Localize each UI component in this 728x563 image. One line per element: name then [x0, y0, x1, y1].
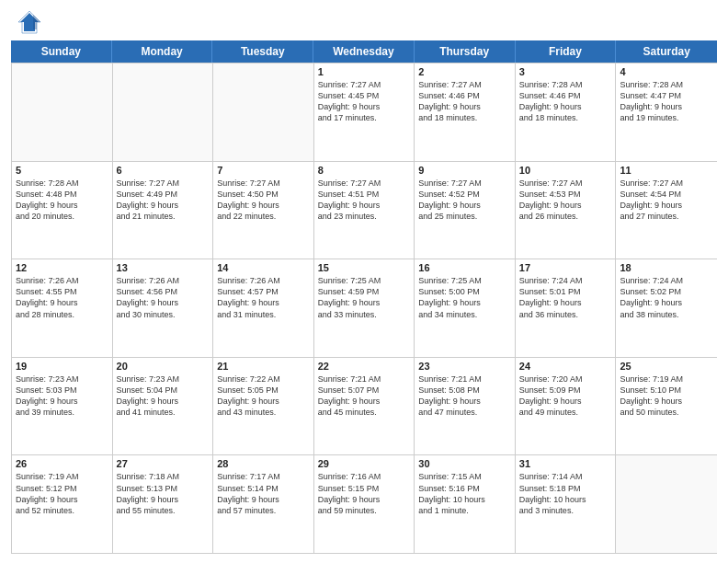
- day-number: 4: [620, 66, 713, 77]
- cal-cell-16: 16Sunrise: 7:25 AM Sunset: 5:00 PM Dayli…: [415, 259, 516, 357]
- cal-cell-empty-0-0: [12, 63, 113, 161]
- day-number: 12: [16, 262, 108, 273]
- cal-cell-26: 26Sunrise: 7:19 AM Sunset: 5:12 PM Dayli…: [12, 455, 113, 553]
- cal-cell-27: 27Sunrise: 7:18 AM Sunset: 5:13 PM Dayli…: [113, 455, 214, 553]
- day-info: Sunrise: 7:22 AM Sunset: 5:05 PM Dayligh…: [217, 373, 310, 419]
- week-row-3: 12Sunrise: 7:26 AM Sunset: 4:55 PM Dayli…: [12, 259, 717, 357]
- day-info: Sunrise: 7:24 AM Sunset: 5:01 PM Dayligh…: [519, 275, 612, 320]
- day-info: Sunrise: 7:27 AM Sunset: 4:53 PM Dayligh…: [519, 178, 612, 223]
- day-number: 17: [519, 262, 612, 273]
- cal-cell-13: 13Sunrise: 7:26 AM Sunset: 4:56 PM Dayli…: [113, 259, 214, 357]
- cal-cell-22: 22Sunrise: 7:21 AM Sunset: 5:07 PM Dayli…: [314, 358, 415, 455]
- day-number: 9: [418, 165, 511, 176]
- day-number: 8: [318, 165, 411, 176]
- day-info: Sunrise: 7:27 AM Sunset: 4:51 PM Dayligh…: [318, 178, 411, 223]
- day-info: Sunrise: 7:26 AM Sunset: 4:55 PM Dayligh…: [16, 275, 108, 320]
- day-number: 18: [620, 262, 713, 273]
- cal-cell-20: 20Sunrise: 7:23 AM Sunset: 5:04 PM Dayli…: [113, 358, 214, 455]
- cal-cell-3: 3Sunrise: 7:28 AM Sunset: 4:46 PM Daylig…: [516, 63, 617, 161]
- cal-cell-19: 19Sunrise: 7:23 AM Sunset: 5:03 PM Dayli…: [12, 358, 113, 455]
- day-number: 11: [620, 165, 713, 176]
- cal-cell-10: 10Sunrise: 7:27 AM Sunset: 4:53 PM Dayli…: [516, 162, 617, 259]
- day-info: Sunrise: 7:23 AM Sunset: 5:03 PM Dayligh…: [16, 373, 108, 419]
- cal-cell-2: 2Sunrise: 7:27 AM Sunset: 4:46 PM Daylig…: [415, 63, 516, 161]
- day-info: Sunrise: 7:14 AM Sunset: 5:18 PM Dayligh…: [519, 471, 612, 516]
- cal-cell-31: 31Sunrise: 7:14 AM Sunset: 5:18 PM Dayli…: [516, 455, 617, 553]
- day-number: 22: [318, 361, 411, 372]
- day-info: Sunrise: 7:19 AM Sunset: 5:10 PM Dayligh…: [620, 373, 713, 419]
- cal-cell-7: 7Sunrise: 7:27 AM Sunset: 4:50 PM Daylig…: [213, 162, 314, 259]
- day-number: 10: [519, 165, 612, 176]
- cal-cell-21: 21Sunrise: 7:22 AM Sunset: 5:05 PM Dayli…: [213, 358, 314, 455]
- day-number: 14: [217, 262, 310, 273]
- cal-cell-9: 9Sunrise: 7:27 AM Sunset: 4:52 PM Daylig…: [415, 162, 516, 259]
- cal-cell-18: 18Sunrise: 7:24 AM Sunset: 5:02 PM Dayli…: [616, 259, 717, 357]
- day-info: Sunrise: 7:21 AM Sunset: 5:08 PM Dayligh…: [418, 373, 511, 419]
- day-info: Sunrise: 7:16 AM Sunset: 5:15 PM Dayligh…: [318, 471, 411, 516]
- weekday-header-thursday: Thursday: [415, 40, 516, 63]
- day-number: 24: [519, 361, 612, 372]
- cal-cell-11: 11Sunrise: 7:27 AM Sunset: 4:54 PM Dayli…: [616, 162, 717, 259]
- week-row-2: 5Sunrise: 7:28 AM Sunset: 4:48 PM Daylig…: [12, 161, 717, 259]
- day-info: Sunrise: 7:26 AM Sunset: 4:56 PM Dayligh…: [117, 275, 210, 320]
- cal-cell-15: 15Sunrise: 7:25 AM Sunset: 4:59 PM Dayli…: [314, 259, 415, 357]
- day-info: Sunrise: 7:27 AM Sunset: 4:54 PM Dayligh…: [620, 178, 713, 223]
- page: SundayMondayTuesdayWednesdayThursdayFrid…: [0, 0, 728, 563]
- day-info: Sunrise: 7:28 AM Sunset: 4:48 PM Dayligh…: [16, 178, 108, 223]
- day-info: Sunrise: 7:27 AM Sunset: 4:52 PM Dayligh…: [418, 178, 511, 223]
- weekday-header-sunday: Sunday: [11, 40, 112, 63]
- weekday-header-friday: Friday: [516, 40, 617, 63]
- day-number: 3: [519, 66, 612, 77]
- day-info: Sunrise: 7:24 AM Sunset: 5:02 PM Dayligh…: [620, 275, 713, 320]
- cal-cell-empty-0-1: [113, 63, 214, 161]
- cal-cell-12: 12Sunrise: 7:26 AM Sunset: 4:55 PM Dayli…: [12, 259, 113, 357]
- day-info: Sunrise: 7:28 AM Sunset: 4:47 PM Dayligh…: [620, 79, 713, 124]
- day-number: 5: [16, 165, 108, 176]
- week-row-5: 26Sunrise: 7:19 AM Sunset: 5:12 PM Dayli…: [12, 454, 717, 553]
- cal-cell-empty-4-6: [616, 455, 717, 553]
- day-number: 6: [117, 165, 210, 176]
- day-info: Sunrise: 7:18 AM Sunset: 5:13 PM Dayligh…: [117, 471, 210, 516]
- week-row-1: 1Sunrise: 7:27 AM Sunset: 4:45 PM Daylig…: [12, 63, 717, 161]
- cal-cell-8: 8Sunrise: 7:27 AM Sunset: 4:51 PM Daylig…: [314, 162, 415, 259]
- day-number: 25: [620, 361, 713, 372]
- cal-cell-6: 6Sunrise: 7:27 AM Sunset: 4:49 PM Daylig…: [113, 162, 214, 259]
- day-info: Sunrise: 7:20 AM Sunset: 5:09 PM Dayligh…: [519, 373, 612, 419]
- day-info: Sunrise: 7:27 AM Sunset: 4:50 PM Dayligh…: [217, 178, 310, 223]
- day-number: 21: [217, 361, 310, 372]
- day-info: Sunrise: 7:26 AM Sunset: 4:57 PM Dayligh…: [217, 275, 310, 320]
- week-row-4: 19Sunrise: 7:23 AM Sunset: 5:03 PM Dayli…: [12, 357, 717, 455]
- cal-cell-4: 4Sunrise: 7:28 AM Sunset: 4:47 PM Daylig…: [616, 63, 717, 161]
- day-number: 1: [318, 66, 411, 77]
- day-number: 31: [519, 458, 612, 469]
- day-number: 20: [117, 361, 210, 372]
- day-number: 15: [318, 262, 411, 273]
- day-number: 30: [418, 458, 511, 469]
- header: [0, 0, 728, 40]
- weekday-header-wednesday: Wednesday: [313, 40, 415, 63]
- day-number: 16: [418, 262, 511, 273]
- day-info: Sunrise: 7:19 AM Sunset: 5:12 PM Dayligh…: [16, 471, 108, 516]
- day-number: 23: [418, 361, 511, 372]
- logo: [17, 9, 46, 35]
- day-number: 13: [117, 262, 210, 273]
- cal-cell-23: 23Sunrise: 7:21 AM Sunset: 5:08 PM Dayli…: [415, 358, 516, 455]
- day-number: 27: [117, 458, 210, 469]
- cal-cell-30: 30Sunrise: 7:15 AM Sunset: 5:16 PM Dayli…: [415, 455, 516, 553]
- day-info: Sunrise: 7:25 AM Sunset: 4:59 PM Dayligh…: [318, 275, 411, 320]
- weekday-header-saturday: Saturday: [616, 40, 717, 63]
- day-info: Sunrise: 7:28 AM Sunset: 4:46 PM Dayligh…: [519, 79, 612, 124]
- day-info: Sunrise: 7:17 AM Sunset: 5:14 PM Dayligh…: [217, 471, 310, 516]
- weekday-header-tuesday: Tuesday: [212, 40, 313, 63]
- day-number: 19: [16, 361, 108, 372]
- day-number: 2: [418, 66, 511, 77]
- day-number: 26: [16, 458, 108, 469]
- cal-cell-17: 17Sunrise: 7:24 AM Sunset: 5:01 PM Dayli…: [516, 259, 617, 357]
- calendar-header: SundayMondayTuesdayWednesdayThursdayFrid…: [11, 40, 717, 63]
- cal-cell-29: 29Sunrise: 7:16 AM Sunset: 5:15 PM Dayli…: [314, 455, 415, 553]
- day-number: 29: [318, 458, 411, 469]
- svg-marker-2: [33, 15, 40, 29]
- logo-icon: [17, 9, 42, 35]
- cal-cell-5: 5Sunrise: 7:28 AM Sunset: 4:48 PM Daylig…: [12, 162, 113, 259]
- calendar: SundayMondayTuesdayWednesdayThursdayFrid…: [11, 40, 717, 554]
